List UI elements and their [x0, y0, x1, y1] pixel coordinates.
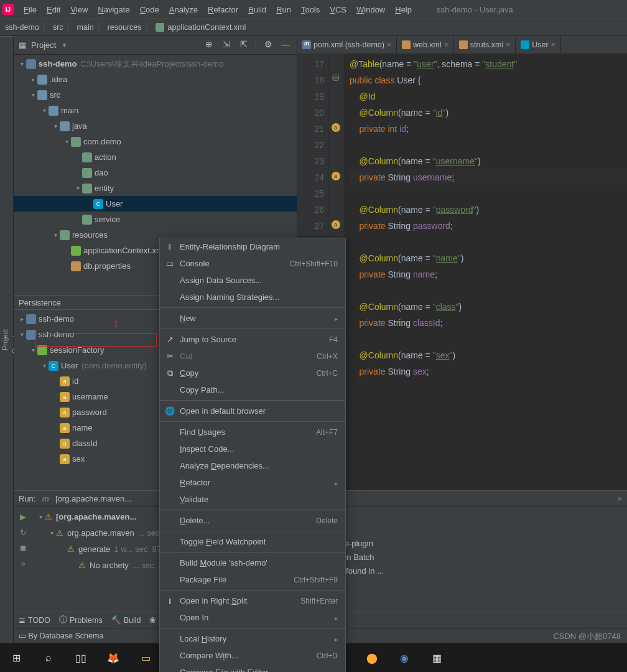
ctx-item[interactable]: Package FileCtrl+Shift+F9 — [160, 571, 345, 588]
menu-analyze[interactable]: Analyze — [164, 2, 203, 17]
file-icon — [521, 40, 529, 49]
menu-view[interactable]: View — [65, 2, 93, 17]
app-icon[interactable]: ⬤ — [365, 650, 379, 665]
tree-item[interactable]: service — [14, 212, 297, 227]
menu-navigate[interactable]: Navigate — [93, 2, 134, 17]
ctx-item[interactable]: Toggle Field Watchpoint — [160, 533, 345, 550]
close-tab-icon[interactable]: × — [551, 40, 555, 49]
close-tab-icon[interactable]: × — [444, 40, 448, 49]
close-tab-icon[interactable]: × — [506, 40, 510, 49]
project-view-dropdown-icon[interactable]: ▼ — [61, 42, 67, 49]
run-stop-icon[interactable]: ⏹ — [19, 543, 27, 553]
app-icon[interactable]: ◉ — [397, 650, 412, 665]
spring-icon — [71, 246, 81, 256]
run-more-icon[interactable]: » — [21, 559, 25, 568]
explorer-icon[interactable]: ▭ — [138, 650, 153, 665]
tree-item[interactable]: java — [14, 118, 297, 134]
breadcrumb-item[interactable]: main — [77, 23, 94, 32]
ctx-item[interactable]: Open In — [160, 609, 345, 626]
close-tab-icon[interactable]: × — [387, 40, 391, 49]
context-menu[interactable]: ⫴Entity-Relationship Diagram▭ConsoleCtrl… — [159, 238, 346, 672]
search-icon[interactable]: ⌕ — [41, 650, 56, 665]
tree-item[interactable]: action — [14, 149, 297, 165]
ctx-item[interactable]: Assign Naming Strategies... — [160, 289, 345, 306]
breadcrumb-item[interactable]: applicationContext.xml — [168, 23, 246, 32]
menu-file[interactable]: File — [19, 2, 42, 17]
ctx-item[interactable]: 🌐Open in default browser — [160, 403, 345, 419]
menu-window[interactable]: Window — [351, 2, 390, 17]
tree-item[interactable]: dao — [14, 165, 297, 180]
tree-root[interactable]: ssh-demoC:\Users\徐文兴\IdeaProjects\ssh-de… — [14, 56, 297, 72]
editor-tab[interactable]: User× — [516, 36, 560, 54]
gear-icon[interactable]: ⚙ — [262, 39, 274, 52]
ctx-item[interactable]: ⫴Entity-Relationship Diagram — [160, 238, 345, 255]
collapse-all-icon[interactable]: ⇱ — [238, 39, 250, 52]
tree-item[interactable]: src — [14, 87, 297, 103]
code-content[interactable]: @Table(name = "user", schema = "student"… — [343, 54, 627, 490]
folder-icon — [37, 90, 47, 100]
project-tool-header: ▦ Project ▼ ⊕ ⇲ ⇱ | ⚙ — — [14, 36, 297, 55]
editor-tab[interactable]: web.xml× — [397, 36, 454, 54]
expand-all-icon[interactable]: ⇲ — [220, 39, 233, 52]
tree-item[interactable]: com.demo — [14, 134, 297, 149]
ctx-item[interactable]: Analyze Dependencies... — [160, 457, 345, 474]
ctx-item[interactable]: Local History — [160, 630, 345, 647]
run-tab-close-icon[interactable]: × — [617, 494, 622, 503]
ctx-item[interactable]: Refactor — [160, 474, 345, 491]
run-play-icon[interactable]: ▶ — [20, 512, 26, 521]
tree-item[interactable]: CUser — [14, 196, 297, 212]
tree-item[interactable]: main — [14, 103, 297, 118]
menu-tools[interactable]: Tools — [296, 2, 325, 17]
ctx-item[interactable]: Validate — [160, 491, 345, 508]
ctx-item[interactable]: Build Module 'ssh-demo' — [160, 554, 345, 571]
pkg-icon — [82, 168, 92, 178]
ctx-item[interactable]: ▭ConsoleCtrl+Shift+F10 — [160, 255, 345, 272]
ctx-item[interactable]: Inspect Code... — [160, 441, 345, 457]
run-rerun-icon[interactable]: ↻ — [20, 528, 27, 537]
ctx-item[interactable]: Copy Path... — [160, 381, 345, 398]
left-tool-stripe[interactable]: ProjectStructureFavoritesPersistence — [0, 36, 14, 643]
ctx-item[interactable]: ↗Jump to SourceF4 — [160, 331, 345, 348]
run-title-label: Run: — [19, 494, 35, 503]
bottom-tool-problems[interactable]: ⓘProblems — [59, 615, 103, 625]
menu-build[interactable]: Build — [243, 2, 271, 17]
breadcrumb-item[interactable]: src — [53, 23, 63, 32]
ctx-item[interactable]: New — [160, 310, 345, 327]
class-icon: C — [93, 199, 103, 209]
ctx-item[interactable]: Assign Data Sources... — [160, 272, 345, 289]
tool-stripe-project[interactable]: Project — [0, 36, 10, 643]
code-editor[interactable]: 1718192021222324252627282930313233343536… — [297, 54, 627, 490]
menu-code[interactable]: Code — [135, 2, 164, 17]
menu-edit[interactable]: Edit — [42, 2, 65, 17]
ctx-item[interactable]: ⫿Open in Right SplitShift+Enter — [160, 592, 345, 609]
ctx-item[interactable]: ⧉CopyCtrl+C — [160, 365, 345, 381]
run-toolbar[interactable]: ▶ ↻ ⏹ » — [14, 507, 32, 612]
tree-item[interactable]: .idea — [14, 72, 297, 87]
editor-tabs[interactable]: mpom.xml (ssh-demo)×web.xml×struts.xml×U… — [297, 36, 627, 54]
ctx-item[interactable]: Find UsagesAlt+F7 — [160, 424, 345, 441]
locate-icon[interactable]: ⊕ — [203, 39, 215, 52]
task-view-icon[interactable]: ▯▯ — [73, 650, 88, 665]
start-icon[interactable]: ⊞ — [9, 650, 24, 665]
editor-tab[interactable]: struts.xml× — [454, 36, 516, 54]
app-icon[interactable]: ▦ — [429, 650, 444, 665]
menu-refactor[interactable]: Refactor — [203, 2, 243, 17]
bottom-tool-build[interactable]: 🔨Build — [111, 615, 141, 625]
ctx-item[interactable]: Compare With...Ctrl+D — [160, 647, 345, 664]
tree-item[interactable]: entity — [14, 180, 297, 196]
ctx-item[interactable]: Compare File with Editor — [160, 664, 345, 672]
hide-icon[interactable]: — — [279, 39, 292, 52]
spring-icon — [37, 345, 47, 355]
menu-run[interactable]: Run — [271, 2, 296, 17]
breadcrumb-item[interactable]: ssh-demo — [5, 23, 39, 32]
module-icon — [26, 330, 36, 340]
ctx-item[interactable]: Delete...Delete — [160, 512, 345, 529]
editor-tab[interactable]: mpom.xml (ssh-demo)× — [297, 36, 397, 54]
menu-vcs[interactable]: VCS — [325, 2, 351, 17]
breadcrumb-item[interactable]: resources — [108, 23, 142, 32]
firefox-icon[interactable]: 🦊 — [106, 650, 121, 665]
class-icon: C — [49, 361, 58, 371]
status-icon: ▭ — [19, 631, 26, 640]
bottom-tool-todo[interactable]: ≣TODO — [19, 615, 50, 625]
menu-help[interactable]: Help — [390, 2, 417, 17]
